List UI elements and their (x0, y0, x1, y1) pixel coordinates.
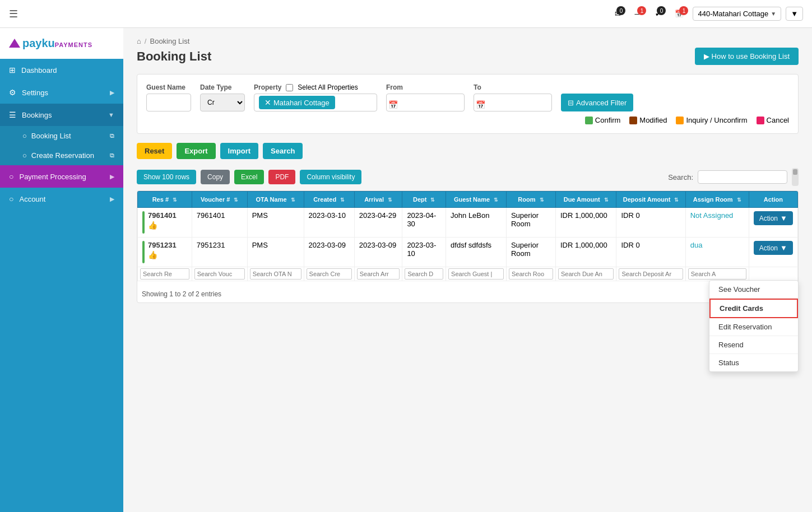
dropdown-see-voucher[interactable]: See Voucher (709, 281, 798, 299)
col-assign: Assign Room ⇅ (685, 192, 749, 208)
pdf-button[interactable]: PDF (268, 170, 295, 184)
breadcrumb-home-icon[interactable]: ⌂ (137, 37, 141, 45)
search-input-due[interactable] (558, 268, 614, 280)
search-input-ota[interactable] (250, 268, 301, 280)
cell-ota-0: PMS (247, 208, 304, 238)
logo-triangle (9, 39, 20, 48)
col-room: Room ⇅ (506, 192, 555, 208)
excel-button[interactable]: Excel (234, 170, 264, 184)
search-input-room[interactable] (509, 268, 553, 280)
table-search-input[interactable] (698, 170, 787, 184)
table-search-row: Search: (668, 168, 799, 186)
confirm-dot (585, 117, 593, 124)
legend-confirm: Confirm (585, 116, 621, 124)
like-icon-1[interactable]: 👍 (148, 250, 177, 259)
sidebar-label-dashboard: Dashboard (21, 66, 57, 75)
breadcrumb: ⌂ / Booking List (137, 37, 799, 45)
cell-deposit-0: IDR 0 (616, 208, 685, 238)
cell-created-1: 2023-03-09 (304, 238, 354, 267)
top-navbar: ☰ ✉ 0 — 1 ✔ 0 📅 1 440-Matahari Cottage ▼… (0, 0, 812, 28)
col-created: Created ⇅ (304, 192, 354, 208)
sidebar-label-booking-list: Booking List (31, 132, 71, 140)
export-button[interactable]: Export (177, 143, 215, 159)
cell-due-1: IDR 1,000,000 (555, 238, 616, 267)
sidebar-item-bookings[interactable]: ☰ Bookings ▼ (0, 104, 123, 126)
search-input-res[interactable] (140, 268, 189, 280)
search-input-assign[interactable] (688, 268, 746, 280)
sidebar-item-payment-processing[interactable]: ○ Payment Processing ▶ (0, 165, 123, 188)
like-icon-0[interactable]: 👍 (148, 221, 177, 230)
dropdown-edit-reservation[interactable]: Edit Reservation (709, 318, 798, 336)
guest-name-input[interactable] (146, 94, 191, 111)
res-num-1: 7951231 (148, 241, 177, 249)
date-type-select[interactable]: Cr Arrival Departure (200, 94, 245, 111)
payment-icon: ○ (9, 172, 13, 181)
action-btn-1[interactable]: Action ▼ (754, 241, 793, 255)
hamburger-icon[interactable]: ☰ (9, 8, 18, 20)
search-input-guest[interactable] (448, 268, 504, 280)
dropdown-status[interactable]: Status (709, 354, 798, 371)
reset-button[interactable]: Reset (137, 143, 172, 159)
import-button[interactable]: Import (220, 143, 258, 159)
dropdown-resend[interactable]: Resend (709, 336, 798, 354)
payment-arrow-icon: ▶ (110, 173, 114, 180)
col-guest: Guest Name ⇅ (446, 192, 507, 208)
property-tag-x[interactable]: ✕ (265, 98, 271, 107)
sidebar-item-dashboard[interactable]: ⊞ Dashboard (0, 59, 123, 81)
show-rows-button[interactable]: Show 100 rows (137, 170, 196, 184)
search-input-deposit[interactable] (619, 268, 683, 280)
col-ota: OTA Name ⇅ (247, 192, 304, 208)
account-arrow-icon: ▶ (110, 196, 114, 203)
cell-room-1: Superior Room (506, 238, 555, 267)
search-input-arrival[interactable] (357, 268, 400, 280)
res-num-0: 7961401 (148, 211, 177, 220)
search-button[interactable]: Search (263, 143, 303, 159)
sidebar-item-booking-list[interactable]: ○ Booking List ⧉ (0, 126, 123, 146)
filter-row-main: Guest Name Date Type Cr Arrival Departur… (146, 83, 789, 111)
legend-inquiry: Inquiry / Unconfirm (676, 116, 747, 124)
notification-btn[interactable]: ✉ 0 (610, 7, 625, 20)
legend-cancel: Cancel (757, 116, 789, 124)
col-due: Due Amount ⇅ (555, 192, 616, 208)
from-date-input[interactable] (386, 94, 465, 111)
advanced-filter-button[interactable]: ⊟ Advanced Filter (561, 94, 633, 111)
filter-section: Guest Name Date Type Cr Arrival Departur… (137, 74, 799, 134)
search-cell-action (749, 267, 797, 281)
property-name: 440-Matahari Cottage (698, 10, 768, 18)
bookings-icon: ☰ (9, 110, 16, 119)
to-date-input[interactable] (474, 94, 552, 111)
sidebar-item-create-reservation[interactable]: ○ Create Reservation ⧉ (0, 146, 123, 165)
dropdown-credit-cards[interactable]: Credit Cards (709, 299, 798, 318)
filter-advanced: x ⊟ Advanced Filter (561, 83, 633, 111)
cell-room-0: Superior Room (506, 208, 555, 238)
table-controls-left: Show 100 rows Copy Excel PDF Column visi… (137, 170, 361, 184)
table-search-row (138, 267, 798, 281)
status-bar-0 (142, 211, 145, 234)
how-to-button[interactable]: ▶ How to use Booking List (695, 48, 799, 65)
booking-list-external-icon: ⧉ (110, 132, 114, 139)
search-cell-assign (685, 267, 749, 281)
select-all-properties-checkbox[interactable] (286, 84, 293, 91)
sidebar-item-account[interactable]: ○ Account ▶ (0, 188, 123, 210)
action-btn-arrow-0: ▼ (780, 214, 787, 222)
minus-btn[interactable]: — 1 (630, 7, 646, 20)
property-selector[interactable]: 440-Matahari Cottage ▼ (693, 7, 781, 21)
property-label: Property (254, 83, 281, 91)
cell-due-0: IDR 1,000,000 (555, 208, 616, 238)
calendar-btn[interactable]: 📅 1 (670, 7, 688, 20)
sidebar-item-settings[interactable]: ⚙ Settings ▶ (0, 81, 123, 104)
cell-res-0: 7961401 👍 (138, 208, 192, 238)
action-btn-0[interactable]: Action ▼ (754, 211, 793, 225)
table-header-row: Res # ⇅ Voucher # ⇅ OTA Name ⇅ Created ⇅… (138, 192, 798, 208)
sidebar-label-bookings: Bookings (22, 111, 52, 119)
property-tag: ✕ Matahari Cottage (259, 96, 335, 109)
column-visibility-button[interactable]: Column visibility (300, 170, 361, 184)
search-input-voucher[interactable] (194, 268, 245, 280)
sidebar-label-payment: Payment Processing (19, 173, 86, 181)
search-input-created[interactable] (307, 268, 352, 280)
search-input-dept[interactable] (405, 268, 443, 280)
navbar-dropdown-btn[interactable]: ▼ (786, 7, 803, 21)
check-btn[interactable]: ✔ 0 (651, 7, 666, 20)
create-res-icon: ○ (22, 151, 27, 160)
copy-button[interactable]: Copy (201, 170, 230, 184)
